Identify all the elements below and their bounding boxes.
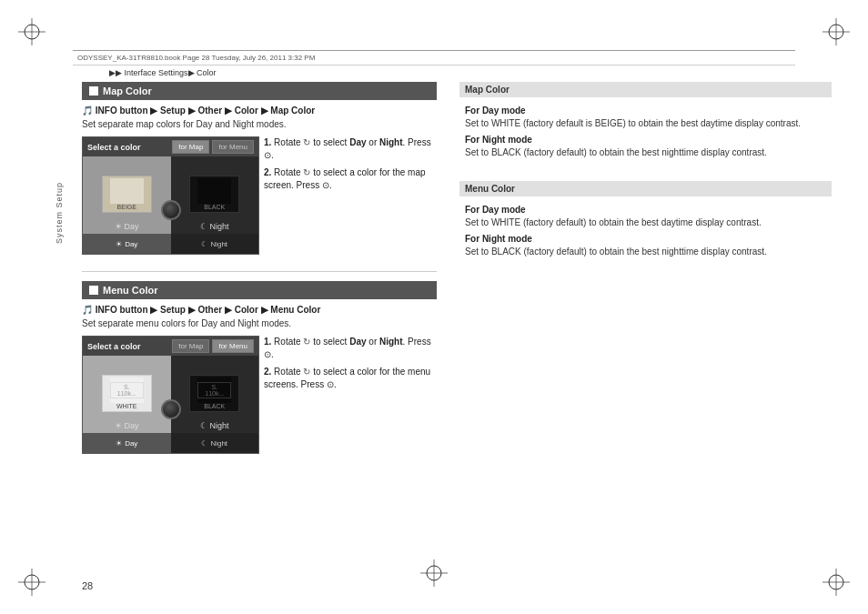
map-steps: 1. Rotate ↻ to select Day or Night. Pres… [264,136,437,262]
map-color-path: 🎵 INFO button ▶ Setup ▶ Other ▶ Color ▶ … [82,106,437,116]
menu-color-path-text: INFO button ▶ Setup ▶ Other ▶ Color ▶ Me… [96,305,321,315]
menu-night-mode-text: Set to BLACK (factory default) to obtain… [465,246,826,258]
press-icon-menu-2: ⊙ [327,379,334,389]
map-color-info: Map Color For Day mode Set to WHITE (fac… [459,82,832,167]
menu-color-ui-wrapper: Select a color for Map for Menu S. 110k.… [82,336,437,461]
menu-night-mode-title: For Night mode [465,234,826,244]
day-night-bar-map: ☀ Day ☾ Night [83,234,258,254]
rotate-icon-1: ↻ [303,136,310,149]
map-night-mode-title: For Night mode [465,135,826,145]
night-panel: BLACK ☾ Night [171,156,259,234]
press-icon-menu-1: ⊙ [264,349,271,359]
menu-steps: 1. Rotate ↻ to select Day or Night. Pres… [264,336,437,461]
menu-ui-mock-body: S. 110k... WHITE ☀ Day S. 110k... [83,356,258,433]
day-button[interactable]: ☀ Day [83,234,171,254]
press-icon-1: ⊙ [264,150,271,160]
day-night-bar-menu: ☀ Day ☾ Night [83,433,258,453]
menu-color-info: Menu Color For Day mode Set to WHITE (fa… [459,181,832,267]
menu-night-button-label: Night [210,439,227,448]
map-color-ui-mock: Select a color for Map for Menu BEIGE [82,136,259,255]
main-content: Map Color 🎵 INFO button ▶ Setup ▶ Other … [82,82,832,569]
path-icon-menu: 🎵 [82,305,93,315]
menu-ui-mock-header: Select a color for Map for Menu [83,337,258,356]
menu-color-path: 🎵 INFO button ▶ Setup ▶ Other ▶ Color ▶ … [82,305,437,315]
right-column: Map Color For Day mode Set to WHITE (fac… [450,82,832,569]
path-icon: 🎵 [82,106,93,116]
rotate-icon-menu-2: ↻ [303,366,310,378]
menu-color-header: Menu Color [82,281,437,299]
ui-mock-header: Select a color for Map for Menu [83,137,258,156]
menu-color-desc: Set separate menu colors for Day and Nig… [82,318,437,328]
night-label: ☾ Night [200,222,229,231]
map-color-desc: Set separate map colors for Day and Nigh… [82,119,437,129]
map-color-title: Map Color [103,86,152,96]
menu-day-label: ☀ Day [115,421,139,430]
menu-sun-icon: ☀ [116,439,122,448]
corner-mark-bl [18,569,45,596]
menu-step-2: 2. Rotate ↻ to select a color for the me… [264,366,437,391]
menu-day-button[interactable]: ☀ Day [83,433,171,453]
map-color-path-text: INFO button ▶ Setup ▶ Other ▶ Color ▶ Ma… [96,106,315,116]
top-bar: ODYSSEY_KA-31TR8810.book Page 28 Tuesday… [73,50,795,65]
beige-label: BEIGE [110,204,144,210]
map-color-header: Map Color [82,82,437,100]
page-number: 28 [82,580,93,591]
select-a-color-label: Select a color [87,143,141,152]
menu-color-title: Menu Color [103,285,158,296]
menu-day-button-label: Day [125,439,137,448]
night-button-label: Night [210,240,227,248]
section-icon-menu [89,286,98,295]
corner-mark-br [823,569,850,596]
menu-tab-for-map[interactable]: for Map [172,339,209,353]
map-color-info-title: Map Color [459,82,832,97]
knob-menu[interactable] [161,399,181,419]
day-button-label: Day [125,240,137,248]
day-panel: BEIGE ☀ Day [83,156,171,234]
rotate-icon-2: ↻ [303,166,310,179]
map-color-info-block: For Day mode Set to WHITE (factory defau… [459,102,832,167]
file-info: ODYSSEY_KA-31TR8810.book Page 28 Tuesday… [77,54,315,62]
select-a-color-label-menu: Select a color [87,342,141,351]
menu-tab-for-menu[interactable]: for Menu [212,339,254,353]
menu-day-panel: S. 110k... WHITE ☀ Day [83,356,171,433]
map-night-mode-text: Set to BLACK (factory default) to obtain… [465,146,826,159]
menu-night-button[interactable]: ☾ Night [171,433,259,453]
black-label-menu: BLACK [197,403,231,409]
left-column: Map Color 🎵 INFO button ▶ Setup ▶ Other … [82,82,437,569]
moon-icon: ☾ [201,240,207,248]
menu-day-mode-title: For Day mode [465,205,826,215]
menu-night-label: ☾ Night [200,421,229,430]
menu-color-info-title: Menu Color [459,181,832,196]
rotate-icon-menu-1: ↻ [303,336,310,348]
tab-for-menu[interactable]: for Menu [212,140,254,154]
menu-color-ui-mock: Select a color for Map for Menu S. 110k.… [82,336,259,454]
menu-day-mode-text: Set to WHITE (factory default) to obtain… [465,216,826,229]
black-label-map: BLACK [197,204,231,210]
map-step-1: 1. Rotate ↻ to select Day or Night. Pres… [264,136,437,162]
map-color-ui-wrapper: Select a color for Map for Menu BEIGE [82,136,437,262]
section-icon [89,86,98,96]
menu-night-panel: S. 110k... BLACK ☾ Night [171,356,259,433]
map-day-mode-title: For Day mode [465,106,826,116]
menu-moon-icon: ☾ [201,439,207,448]
knob-map[interactable] [161,200,181,220]
menu-color-section: Menu Color 🎵 INFO button ▶ Setup ▶ Other… [82,281,437,461]
map-step-2: 2. Rotate ↻ to select a color for the ma… [264,166,437,192]
corner-mark-tl [18,18,45,45]
map-day-mode-text: Set to WHITE (factory default is BEIGE) … [465,117,826,130]
bottom-crosshair [420,559,448,589]
breadcrumb: ▶▶ Interface Settings▶ Color [109,68,217,77]
tab-for-map[interactable]: for Map [172,140,209,154]
sidebar-label: System Setup [55,182,64,244]
sun-icon: ☀ [116,240,122,248]
day-label: ☀ Day [115,222,139,231]
section-divider [82,271,437,272]
map-color-section: Map Color 🎵 INFO button ▶ Setup ▶ Other … [82,82,437,262]
night-button[interactable]: ☾ Night [171,234,259,254]
white-label: WHITE [110,403,144,409]
menu-color-info-block: For Day mode Set to WHITE (factory defau… [459,201,832,267]
ui-mock-body: BEIGE ☀ Day BLACK ☾ Night [83,156,258,234]
menu-step-1: 1. Rotate ↻ to select Day or Night. Pres… [264,336,437,361]
press-icon-2: ⊙ [322,180,329,190]
corner-mark-tr [823,18,850,45]
